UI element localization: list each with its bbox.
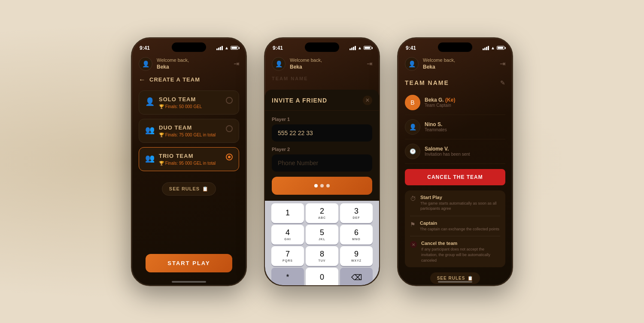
trio-radio[interactable] [226, 154, 233, 160]
team-name-title: TEAM NAME [405, 79, 449, 86]
key-backspace[interactable]: ⌫ [340, 268, 373, 285]
numpad-row-3: 7PQRS 8TUV 9WXYZ [267, 246, 377, 266]
signal-icon-1 [216, 46, 223, 50]
key-2[interactable]: 2ABC [306, 203, 338, 223]
notch-2 [305, 42, 339, 52]
player1-input[interactable]: 555 22 22 33 [272, 124, 372, 142]
background-team-name: TEAM NAME [272, 76, 372, 81]
trio-team-option[interactable]: 👥 TRIO TEAM 🏆 Finals: 95 000 GEL in tota… [139, 147, 239, 171]
key-5[interactable]: 5JKL [306, 225, 338, 245]
solo-finals-icon: 🏆 [159, 104, 164, 109]
avatar-3: 👤 [405, 57, 419, 71]
dot-2 [320, 184, 324, 187]
signal-icon-2 [349, 46, 356, 50]
see-rules-label-3: SEE RULES [437, 276, 465, 281]
modal-title: INVITE A FRIEND [272, 97, 327, 104]
key-3[interactable]: 3DEF [340, 203, 373, 223]
signal-icon-3 [483, 46, 489, 50]
numpad: 1 2ABC 3DEF 4GHI 5JKL 6MNO 7PQRS 8TUV 9W… [265, 201, 379, 285]
status-time-3: 9:41 [406, 45, 416, 51]
duo-finals-icon: 🏆 [159, 133, 164, 137]
phone-2: 9:41 ▲ 👤 Welcome back, Beka ⇥ TEAM [264, 37, 380, 286]
logout-icon-2[interactable]: ⇥ [367, 60, 372, 68]
see-rules-label-1: SEE RULES [169, 186, 200, 191]
welcome-text-1: Welcome back, Beka [157, 57, 229, 71]
trio-team-icon: 👥 [145, 154, 155, 163]
info-section: ⏱ Start Play The game starts automatical… [405, 190, 505, 268]
member-nino: 👤 Nino S. Teammates [405, 115, 505, 139]
member-info-nino: Nino S. Teammates [425, 121, 505, 132]
logout-icon-1[interactable]: ⇥ [234, 60, 239, 68]
home-indicator-3 [438, 281, 472, 283]
start-play-btn[interactable]: START PLAY [146, 254, 232, 272]
welcome-text-3: Welcome back, Beka [423, 57, 495, 71]
key-9[interactable]: 9WXYZ [340, 246, 373, 266]
edit-icon[interactable]: ✎ [500, 79, 505, 86]
phone-1: 9:41 ▲ 👤 Welcome back, Beka ⇥ ← [131, 37, 247, 286]
cancel-title: Cancel the team [421, 241, 500, 246]
key-7[interactable]: 7PQRS [271, 246, 304, 266]
notch-3 [438, 42, 472, 52]
player2-label: Player 2 [272, 147, 372, 152]
battery-icon-1 [231, 46, 238, 50]
info-start-play: ⏱ Start Play The game starts automatical… [410, 190, 500, 216]
cancel-team-btn[interactable]: CANCEL THE TEAM [405, 169, 505, 185]
create-team-title: CREATE A TEAM [149, 76, 200, 83]
start-play-text: Start Play The game starts automatically… [420, 195, 500, 211]
battery-icon-3 [497, 46, 504, 50]
duo-team-option[interactable]: 👥 DUO TEAM 🏆 Finals: 75 000 GEL in total [139, 119, 239, 143]
member-info-salome: Salome V. Invitation has been sent [425, 146, 505, 157]
key-star[interactable]: * [271, 268, 304, 285]
numpad-row-2: 4GHI 5JKL 6MNO [267, 225, 377, 245]
key-4[interactable]: 4GHI [271, 225, 304, 245]
close-btn[interactable]: × [363, 96, 372, 105]
team-name-header: TEAM NAME ✎ [398, 76, 512, 91]
key-6[interactable]: 6MNO [340, 225, 373, 245]
duo-radio[interactable] [226, 125, 233, 132]
welcome-text-2: Welcome back, Beka [290, 57, 362, 71]
cancel-icon: ✕ [410, 241, 417, 248]
key-0[interactable]: 0 [306, 268, 338, 285]
avatar-salome: 🕐 [405, 144, 420, 159]
info-captain: ⚑ Captain The captain can exchange the c… [410, 216, 500, 237]
member-country-beka: (Ke) [445, 97, 455, 103]
player2-input[interactable]: Phone Number [272, 154, 372, 172]
captain-icon: ⚑ [410, 221, 416, 228]
duo-team-finals: 🏆 Finals: 75 000 GEL in total [159, 133, 233, 137]
info-cancel: ✕ Cancel the team If any participant doe… [410, 236, 500, 267]
see-rules-btn-1[interactable]: SEE RULES 📋 [162, 182, 216, 196]
avatar-2: 👤 [272, 57, 286, 71]
captain-desc: The captain can exchange the collected p… [420, 226, 500, 232]
cancel-text: Cancel the team If any participant does … [421, 241, 500, 263]
solo-radio[interactable] [226, 97, 233, 104]
player1-label: Player 1 [272, 117, 372, 122]
see-rules-icon-3: 📋 [468, 276, 473, 281]
battery-icon-2 [364, 46, 371, 50]
avatar-beka: B [405, 95, 420, 110]
duo-team-icon: 👥 [145, 125, 155, 135]
status-icons-2: ▲ [349, 45, 371, 50]
start-play-icon: ⏱ [410, 195, 416, 202]
member-role-nino: Teammates [425, 127, 505, 132]
key-1[interactable]: 1 [271, 203, 304, 223]
start-play-title: Start Play [420, 195, 500, 200]
avatar-nino: 👤 [405, 119, 420, 135]
solo-team-option[interactable]: 👤 SOLO TEAM 🏆 Finals: 50 000 GEL [139, 91, 239, 115]
phone-3: 9:41 ▲ 👤 Welcome back, Beka ⇥ TEAM [397, 37, 513, 286]
wifi-icon-3: ▲ [491, 45, 495, 50]
solo-team-name: SOLO TEAM [159, 96, 233, 103]
invite-modal: INVITE A FRIEND × Player 1 555 22 22 33 … [265, 90, 379, 285]
back-arrow[interactable]: ← [139, 76, 146, 84]
trio-team-info: TRIO TEAM 🏆 Finals: 95 000 GEL in total [159, 153, 233, 166]
logout-icon-3[interactable]: ⇥ [500, 60, 505, 68]
member-name-nino: Nino S. [425, 121, 505, 127]
submit-btn[interactable] [272, 177, 372, 195]
numpad-row-4: * 0 ⌫ [267, 268, 377, 285]
key-8[interactable]: 8TUV [306, 246, 338, 266]
solo-team-finals: 🏆 Finals: 50 000 GEL [159, 104, 233, 109]
member-salome: 🕐 Salome V. Invitation has been sent [405, 139, 505, 164]
trio-team-name: TRIO TEAM [159, 153, 233, 159]
back-header: ← CREATE A TEAM [132, 76, 246, 84]
member-role-salome: Invitation has been sent [425, 152, 505, 157]
team-options-container: 👤 SOLO TEAM 🏆 Finals: 50 000 GEL 👥 DUO T… [132, 91, 246, 202]
